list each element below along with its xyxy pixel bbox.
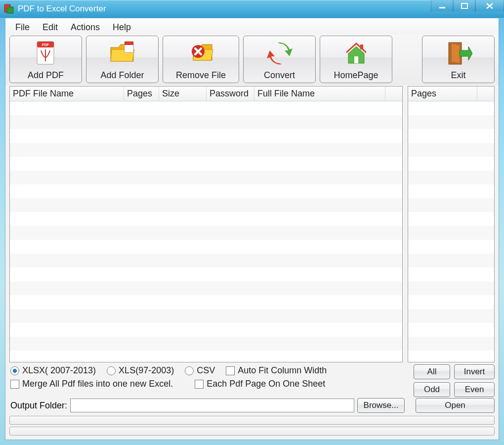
svg-rect-10 [125, 42, 133, 45]
window-buttons [431, 0, 504, 12]
middle-area: PDF File Name Pages Size Password Full F… [5, 85, 499, 362]
add-folder-label: Add Folder [100, 70, 144, 81]
col-pages[interactable]: Pages [124, 87, 159, 101]
menubar: File Edit Actions Help [5, 18, 499, 35]
svg-rect-14 [354, 56, 358, 63]
col-full-file-name[interactable]: Full File Name [254, 87, 385, 101]
each-page-checkbox[interactable] [195, 380, 204, 389]
each-page-label: Each Pdf Page On One Sheet [207, 379, 325, 389]
add-pdf-label: Add PDF [28, 70, 64, 81]
exit-button[interactable]: Exit [422, 36, 495, 83]
pdf-file-icon: PDF [32, 36, 60, 70]
format-csv-radio[interactable] [185, 366, 194, 375]
remove-file-button[interactable]: Remove File [163, 36, 239, 83]
homepage-label: HomePage [334, 70, 378, 81]
col-size[interactable]: Size [159, 87, 207, 101]
menu-actions[interactable]: Actions [66, 21, 105, 34]
menu-help[interactable]: Help [108, 21, 136, 34]
close-icon [485, 2, 494, 9]
format-xlsx-radio[interactable] [10, 366, 19, 375]
minimize-icon [438, 2, 446, 9]
home-icon [342, 36, 370, 70]
select-all-button[interactable]: All [414, 364, 450, 379]
convert-button[interactable]: Convert [243, 36, 316, 83]
maximize-button[interactable] [453, 0, 475, 12]
file-list-rows[interactable] [10, 101, 402, 362]
toolbar: PDF Add PDF Add Folder [5, 35, 499, 85]
minimize-button[interactable] [431, 0, 453, 12]
file-list-header: PDF File Name Pages Size Password Full F… [10, 87, 402, 101]
format-xls-radio[interactable] [107, 366, 116, 375]
progress-bar-1 [9, 416, 495, 425]
odd-button[interactable]: Odd [414, 382, 450, 397]
app-window: PDF to Excel Converter File Edit Actions… [0, 0, 504, 445]
folder-icon [108, 36, 137, 70]
client-area: File Edit Actions Help PDF Add PDF [5, 18, 499, 440]
add-pdf-button[interactable]: PDF Add PDF [9, 36, 82, 83]
remove-icon [186, 36, 216, 70]
pages-list-rows[interactable] [408, 101, 494, 362]
svg-rect-15 [360, 44, 363, 49]
svg-rect-2 [439, 7, 445, 8]
col-spacer [385, 87, 402, 101]
format-xls-label: XLS(97-2003) [119, 365, 174, 376]
remove-file-label: Remove File [176, 70, 226, 81]
exit-label: Exit [451, 70, 465, 81]
svg-text:PDF: PDF [42, 43, 49, 46]
col-password[interactable]: Password [207, 87, 254, 101]
output-folder-label: Output Folder: [10, 400, 67, 411]
pages-list-header: Pages [408, 87, 494, 101]
maximize-icon [461, 2, 468, 9]
pages-list[interactable]: Pages [408, 86, 495, 362]
window-title: PDF to Excel Converter [18, 4, 106, 14]
format-xlsx-label: XLSX( 2007-2013) [22, 365, 96, 376]
invert-button[interactable]: Invert [454, 364, 495, 379]
selection-buttons: All Invert Odd Even [414, 362, 499, 397]
output-row: Output Folder: Browse... Open [5, 397, 499, 415]
file-list[interactable]: PDF File Name Pages Size Password Full F… [9, 86, 403, 362]
homepage-button[interactable]: HomePage [320, 36, 392, 83]
col-side-pages[interactable]: Pages [408, 87, 477, 101]
open-button[interactable]: Open [416, 398, 495, 413]
merge-label: Merge All Pdf files into one new Excel. [22, 379, 173, 389]
titlebar[interactable]: PDF to Excel Converter [0, 0, 504, 18]
convert-label: Convert [264, 70, 295, 81]
menu-file[interactable]: File [10, 21, 35, 34]
menu-edit[interactable]: Edit [38, 21, 63, 34]
even-button[interactable]: Even [454, 382, 495, 397]
autofit-checkbox[interactable] [226, 366, 235, 375]
add-folder-button[interactable]: Add Folder [86, 36, 159, 83]
format-csv-label: CSV [197, 365, 215, 376]
options: XLSX( 2007-2013) XLS(97-2003) CSV Auto F… [5, 362, 414, 389]
col-side-spacer [477, 87, 494, 101]
autofit-label: Auto Fit Column Width [238, 365, 327, 376]
exit-icon [445, 36, 472, 70]
svg-rect-3 [462, 3, 467, 8]
convert-icon [266, 36, 294, 70]
browse-button[interactable]: Browse... [357, 398, 405, 413]
app-icon [4, 4, 14, 14]
output-folder-input[interactable] [70, 399, 354, 412]
bottom-area: XLSX( 2007-2013) XLS(97-2003) CSV Auto F… [5, 362, 499, 440]
progress-bar-2 [9, 427, 495, 436]
svg-rect-1 [7, 7, 13, 13]
close-button[interactable] [475, 0, 504, 12]
col-pdf-file-name[interactable]: PDF File Name [10, 87, 124, 101]
merge-checkbox[interactable] [10, 380, 19, 389]
